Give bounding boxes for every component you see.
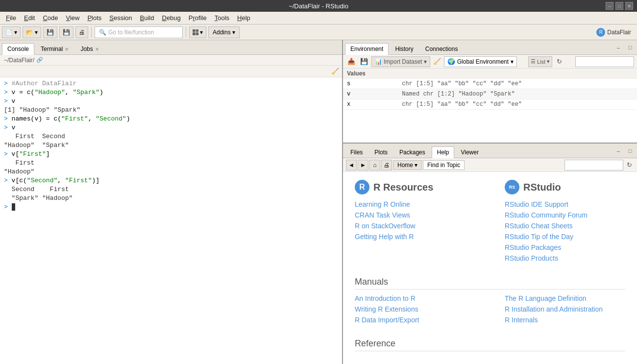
menu-session[interactable]: Session [105, 13, 136, 23]
link-rstudio-packages[interactable]: RStudio Packages [505, 243, 625, 251]
tab-files[interactable]: Files [345, 146, 368, 158]
help-home-button[interactable]: ⌂ [369, 160, 380, 170]
close-button[interactable]: ✕ [625, 2, 633, 10]
find-in-topic-button[interactable]: Find in Topic [423, 160, 465, 170]
addins-button[interactable]: Addins ▾ [208, 26, 240, 38]
console-path: ~/DataFlair/ 🔗 [0, 55, 342, 66]
tab-plots[interactable]: Plots [369, 146, 393, 158]
tab-terminal-close[interactable]: ✕ [65, 47, 69, 52]
console-line-9: > v["First"] [4, 150, 338, 159]
tab-packages[interactable]: Packages [394, 146, 431, 158]
env-maximize-button[interactable]: □ [625, 43, 635, 52]
help-maximize-button[interactable]: □ [625, 146, 635, 156]
env-refresh-button[interactable]: ↻ [554, 57, 564, 67]
rstudio-title: RStudio [523, 182, 561, 193]
tab-environment[interactable]: Environment [345, 43, 389, 55]
home-label: Home [397, 162, 413, 169]
link-rstudio-tip[interactable]: RStudio Tip of the Day [505, 233, 625, 241]
env-var-value-v: Named chr [1:2] "Hadoop" "Spark" [398, 89, 637, 99]
console-line-12: > v[c("Second", "First")] [4, 176, 338, 185]
tab-connections[interactable]: Connections [420, 43, 464, 54]
menu-tools[interactable]: Tools [211, 13, 233, 23]
toolbar-sep-2 [186, 27, 186, 38]
menu-file[interactable]: File [2, 13, 20, 23]
menu-code[interactable]: Code [39, 13, 62, 23]
toolbar: 📄 ▾ 📂 ▾ 💾 💾 🖨 🔍 Go to file/function ▾ Ad… [0, 24, 637, 40]
new-file-arrow: ▾ [14, 29, 17, 36]
link-rstudio-community[interactable]: RStudio Community Forum [505, 211, 625, 219]
save-button[interactable]: 💾 [43, 26, 57, 38]
link-r-data-import[interactable]: R Data Import/Export [355, 316, 475, 324]
tab-history[interactable]: History [390, 43, 418, 54]
help-search-input[interactable] [564, 160, 623, 170]
tab-jobs-close[interactable]: ✕ [95, 47, 99, 52]
help-toolbar: ◄ ► ⌂ 🖨 Home ▾ Find in Topic ↻ [343, 158, 637, 172]
console-line-11: "Hadoop" [4, 168, 338, 176]
save-icon: 💾 [47, 29, 54, 36]
grid-icon [193, 29, 198, 35]
link-intro-r[interactable]: An Introduction to R [355, 294, 475, 302]
env-panel-actions: – □ [613, 43, 635, 54]
console-tab-bar: Console Terminal ✕ Jobs ✕ [0, 40, 342, 55]
env-global-selector[interactable]: 🌍 Global Environment ▾ [444, 56, 517, 67]
env-content: Values s chr [1:5] "aa" "bb" "cc" "dd" "… [343, 69, 637, 143]
open-file-button[interactable]: 📂 ▾ [23, 26, 41, 38]
minimize-button[interactable]: – [606, 2, 613, 10]
print-button[interactable]: 🖨 [75, 26, 88, 38]
help-back-button[interactable]: ◄ [346, 160, 357, 170]
r-resources-col: R R Resources Learning R Online CRAN Tas… [355, 180, 475, 265]
env-load-button[interactable]: 📥 [346, 56, 357, 67]
tab-viewer[interactable]: Viewer [455, 146, 484, 158]
help-print-button[interactable]: 🖨 [381, 160, 392, 170]
new-file-button[interactable]: 📄 ▾ [2, 26, 21, 38]
menu-debug[interactable]: Debug [158, 13, 185, 23]
grid-layout-button[interactable]: ▾ [189, 26, 206, 38]
menu-profile[interactable]: Profile [185, 13, 211, 23]
env-var-value-x: chr [1:5] "aa" "bb" "cc" "dd" "ee" [398, 99, 637, 110]
home-dropdown-button[interactable]: Home ▾ [393, 160, 422, 170]
menu-help[interactable]: Help [233, 13, 254, 23]
right-top-panel: Environment History Connections – □ 📥 💾 … [343, 40, 637, 144]
user-name: DataFlair [607, 29, 631, 36]
save-all-button[interactable]: 💾 [59, 26, 74, 38]
menu-build[interactable]: Build [136, 13, 158, 23]
reference-title: Reference [355, 339, 625, 351]
help-forward-button[interactable]: ► [358, 160, 368, 170]
link-getting-help-r[interactable]: Getting Help with R [355, 233, 475, 241]
env-minimize-button[interactable]: – [613, 43, 623, 52]
menu-edit[interactable]: Edit [20, 13, 39, 23]
env-search-input[interactable] [575, 56, 634, 67]
link-writing-r-extensions[interactable]: Writing R Extensions [355, 305, 475, 313]
link-rstudio-cheat-sheets[interactable]: RStudio Cheat Sheets [505, 222, 625, 230]
clear-console-icon[interactable]: 🧹 [331, 68, 339, 75]
menu-plots[interactable]: Plots [83, 13, 105, 23]
link-rstudio-products[interactable]: RStudio Products [505, 254, 625, 262]
link-r-language-def[interactable]: The R Language Definition [505, 294, 625, 302]
menu-view[interactable]: View [62, 13, 83, 23]
path-link-icon: 🔗 [36, 57, 43, 63]
goto-file-input[interactable]: 🔍 Go to file/function [95, 26, 183, 38]
link-r-stackoverflow[interactable]: R on StackOverflow [355, 222, 475, 230]
help-minimize-button[interactable]: – [613, 146, 623, 156]
link-rstudio-ide-support[interactable]: RStudio IDE Support [505, 200, 625, 208]
tab-terminal[interactable]: Terminal ✕ [35, 43, 74, 54]
link-r-installation[interactable]: R Installation and Administration [505, 305, 625, 313]
link-cran-task-views[interactable]: CRAN Task Views [355, 211, 475, 219]
tab-help[interactable]: Help [432, 146, 455, 158]
tab-console[interactable]: Console [2, 43, 34, 55]
env-tab-bar: Environment History Connections – □ [343, 40, 637, 55]
list-view-button[interactable]: ☰ List ▾ [528, 56, 552, 67]
env-row-x: x chr [1:5] "aa" "bb" "cc" "dd" "ee" [343, 99, 637, 110]
maximize-button[interactable]: □ [615, 2, 623, 10]
path-text: ~/DataFlair/ [4, 57, 34, 64]
manuals-section: Manuals An Introduction to R Writing R E… [355, 277, 625, 327]
env-import-button[interactable]: 📊 Import Dataset ▾ [371, 56, 430, 67]
new-file-icon: 📄 [5, 29, 13, 36]
env-save-button[interactable]: 💾 [359, 56, 369, 67]
help-refresh-button[interactable]: ↻ [624, 160, 634, 170]
link-r-internals[interactable]: R Internals [505, 316, 625, 324]
env-selector-label: Global Environment [457, 58, 509, 65]
env-clear-button[interactable]: 🧹 [432, 57, 442, 67]
link-learning-r-online[interactable]: Learning R Online [355, 200, 475, 208]
tab-jobs[interactable]: Jobs ✕ [75, 43, 104, 54]
